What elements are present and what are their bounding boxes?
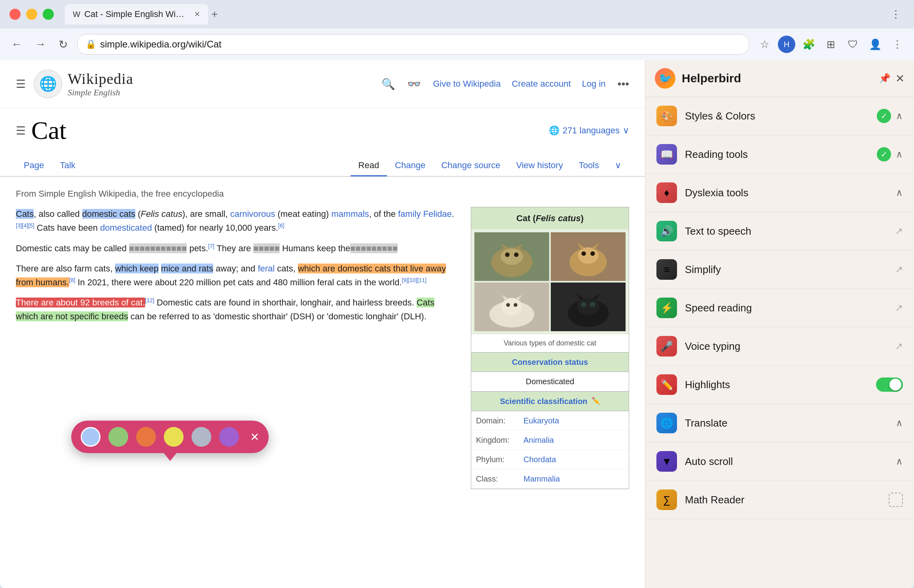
tab-favicon: W: [73, 10, 80, 19]
accessibility-icon[interactable]: 👓: [407, 78, 421, 91]
search-icon[interactable]: 🔍: [381, 78, 395, 91]
tab-tools[interactable]: Tools: [571, 156, 607, 176]
math-reader-icon: ∑: [656, 489, 677, 510]
sidebar-item-speed-reading[interactable]: ⚡ Speed reading ↗: [645, 289, 914, 327]
tab-change[interactable]: Change: [387, 156, 433, 176]
bookmark-button[interactable]: ☆: [756, 36, 773, 53]
wiki-logo-title: Wikipedia: [68, 70, 133, 87]
tab-talk[interactable]: Talk: [52, 156, 83, 176]
browser-actions: ☆ H 🧩 ⊞ 🛡 👤 ⋮: [756, 36, 906, 53]
sidebar-item-styles-colors[interactable]: 🎨 Styles & Colors ✓ ∧: [645, 97, 914, 135]
close-window-button[interactable]: [9, 9, 21, 20]
give-to-wikipedia-link[interactable]: Give to Wikipedia: [433, 79, 501, 89]
wiki-more-icon[interactable]: •••: [618, 78, 629, 90]
chevron-down-icon: ∨: [623, 125, 629, 136]
dyslexia-tools-expand-icon[interactable]: ∧: [896, 187, 903, 198]
styles-colors-collapse-icon[interactable]: ∧: [896, 110, 903, 121]
pin-icon[interactable]: 📌: [879, 73, 891, 84]
browser-settings-button[interactable]: ⋮: [887, 6, 905, 23]
link-carnivorous[interactable]: carnivorous: [230, 209, 275, 219]
svg-point-14: [590, 252, 595, 256]
link-feral[interactable]: feral: [258, 264, 275, 273]
color-picker-popup: ✕: [71, 421, 269, 453]
speed-reading-external-icon: ↗: [895, 302, 903, 313]
wiki-menu-icon[interactable]: ☰: [16, 78, 26, 91]
sidebar-item-auto-scroll[interactable]: ▼ Auto scroll ∧: [645, 442, 914, 481]
shield-button[interactable]: 🛡: [844, 36, 862, 53]
tools-expand-icon[interactable]: ∨: [607, 156, 629, 176]
link-mammals[interactable]: mammals: [331, 209, 369, 219]
log-in-link[interactable]: Log in: [582, 79, 606, 89]
color-blue-button[interactable]: [81, 427, 101, 447]
translate-expand-icon[interactable]: ∧: [896, 417, 903, 429]
color-orange-button[interactable]: [136, 427, 156, 447]
infobox-phylum-value[interactable]: Chordata: [523, 453, 556, 466]
article-title-header: ☰ Cat 🌐 271 languages ∨: [16, 116, 629, 145]
toc-icon[interactable]: ☰: [16, 124, 26, 137]
tab-page[interactable]: Page: [16, 156, 52, 176]
tab-change-source[interactable]: Change source: [433, 156, 508, 176]
sidebar-item-voice-typing[interactable]: 🎤 Voice typing ↗: [645, 327, 914, 366]
create-account-link[interactable]: Create account: [512, 79, 571, 89]
language-count: 271 languages: [563, 125, 620, 136]
back-button[interactable]: ←: [8, 35, 25, 54]
svg-point-19: [590, 302, 595, 307]
helperbird-logo: 🐦: [655, 68, 675, 89]
traffic-lights: [9, 9, 54, 20]
color-yellow-button[interactable]: [164, 427, 184, 447]
tab-view-history[interactable]: View history: [508, 156, 571, 176]
infobox-domain-value[interactable]: Eukaryota: [523, 414, 559, 427]
article-text: Cats, also called domestic cats (Felis c…: [16, 207, 459, 489]
ref-91011: [9][10][11]: [402, 277, 427, 283]
helperbird-close-button[interactable]: ✕: [895, 72, 905, 85]
more-button[interactable]: ⋮: [889, 36, 906, 53]
auto-scroll-expand-icon[interactable]: ∧: [896, 456, 903, 467]
text-to-speech-label: Text to speech: [685, 225, 895, 237]
article-title-area: ☰ Cat 🌐 271 languages ∨: [0, 108, 645, 156]
highlights-toggle[interactable]: [876, 377, 903, 392]
ref-8: [8]: [69, 277, 76, 283]
wiki-header-actions: 🔍 👓 Give to Wikipedia Create account Log…: [381, 78, 629, 91]
forward-button[interactable]: →: [32, 35, 49, 54]
color-purple-button[interactable]: [219, 427, 239, 447]
address-bar[interactable]: 🔒 simple.wikipedia.org/wiki/Cat: [77, 34, 749, 55]
color-picker-close-button[interactable]: ✕: [250, 431, 259, 444]
styles-colors-actions: ✓ ∧: [877, 109, 903, 123]
infobox-class-row: Class: Mammalia: [471, 469, 629, 489]
sidebar-item-translate[interactable]: 🌐 Translate ∧: [645, 404, 914, 442]
minimize-window-button[interactable]: [26, 9, 37, 20]
extension-helperbird-button[interactable]: H: [778, 36, 795, 53]
link-domesticated[interactable]: domesticated: [100, 223, 152, 233]
infobox-class-label: Class:: [476, 472, 523, 485]
language-selector[interactable]: 🌐 271 languages ∨: [549, 125, 629, 136]
infobox-class-value[interactable]: Mammalia: [523, 472, 560, 485]
active-tab[interactable]: W Cat - Simple English Wikiped... ✕: [65, 4, 208, 25]
reading-tools-icon: 📖: [656, 144, 677, 165]
article-body: Cats, also called domestic cats (Felis c…: [16, 207, 629, 489]
sidebar-item-simplify[interactable]: ≡ Simplify ↗: [645, 250, 914, 289]
reader-mode-button[interactable]: ⊞: [822, 36, 840, 53]
speed-reading-icon: ⚡: [656, 298, 677, 318]
puzzle-piece-button[interactable]: 🧩: [800, 36, 817, 53]
infobox-kingdom-value[interactable]: Animalia: [523, 434, 554, 446]
color-green-button[interactable]: [108, 427, 128, 447]
sidebar-item-highlights[interactable]: ✏️ Highlights: [645, 366, 914, 404]
tab-close-button[interactable]: ✕: [194, 10, 200, 19]
cat-image-3: [474, 283, 549, 331]
color-gray-button[interactable]: [192, 427, 211, 447]
link-family-felidae[interactable]: family Felidae: [398, 209, 452, 219]
reload-button[interactable]: ↻: [55, 35, 71, 54]
edit-icon[interactable]: ✏️: [592, 395, 600, 407]
sidebar-item-dyslexia-tools[interactable]: ♦ Dyslexia tools ∧: [645, 174, 914, 212]
svg-point-18: [581, 302, 586, 307]
title-bar: W Cat - Simple English Wikiped... ✕ + ⋮: [0, 0, 914, 28]
sidebar-item-reading-tools[interactable]: 📖 Reading tools ✓ ∧: [645, 135, 914, 174]
profile-button[interactable]: 👤: [867, 36, 884, 53]
reading-tools-collapse-icon[interactable]: ∧: [896, 149, 903, 160]
new-tab-button[interactable]: +: [211, 8, 218, 21]
sidebar-item-text-to-speech[interactable]: 🔊 Text to speech ↗: [645, 212, 914, 250]
tab-read[interactable]: Read: [351, 156, 387, 176]
maximize-window-button[interactable]: [43, 9, 54, 20]
translate-label: Translate: [685, 417, 896, 429]
sidebar-item-math-reader[interactable]: ∑ Math Reader: [645, 481, 914, 519]
